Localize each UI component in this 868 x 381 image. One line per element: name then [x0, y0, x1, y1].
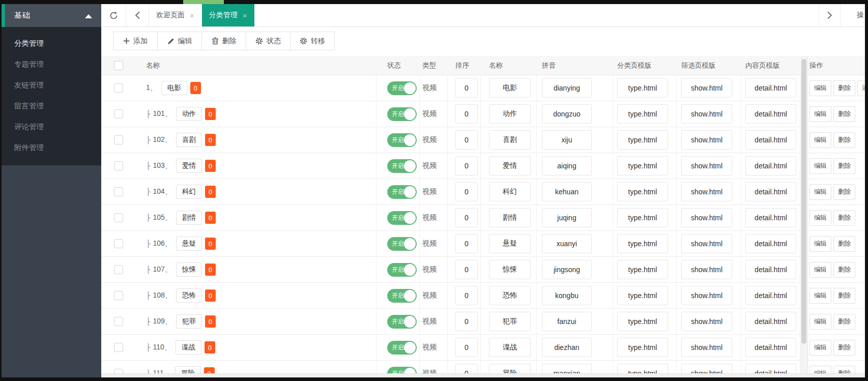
delete-row-button[interactable]: 删除 — [833, 262, 855, 278]
row-checkbox[interactable] — [114, 187, 123, 196]
edit-row-button[interactable]: 编辑 — [809, 340, 831, 356]
sidebar-item-友链管理[interactable]: 友链管理 — [2, 75, 101, 96]
status-toggle[interactable]: 开启 — [387, 367, 417, 374]
pinyin-input[interactable]: fanzui — [542, 312, 592, 331]
status-toggle[interactable]: 开启 — [387, 133, 417, 147]
name-input[interactable]: 剧情 — [489, 208, 531, 227]
scrollbar-thumb[interactable] — [801, 59, 806, 344]
row-checkbox[interactable] — [114, 161, 123, 170]
close-icon[interactable]: × — [243, 11, 247, 20]
name-input[interactable]: 犯罪 — [489, 312, 531, 331]
sort-input[interactable]: 0 — [455, 208, 478, 227]
filter-template-input[interactable]: show.html — [681, 182, 732, 201]
row-checkbox[interactable] — [114, 265, 123, 274]
sidebar-item-分类管理[interactable]: 分类管理 — [2, 33, 101, 54]
row-checkbox[interactable] — [114, 343, 123, 352]
status-toggle[interactable]: 开启 — [387, 289, 417, 303]
filter-template-input[interactable]: show.html — [681, 156, 732, 175]
filter-template-input[interactable]: show.html — [681, 78, 732, 98]
edit-row-button[interactable]: 编辑 — [809, 106, 831, 122]
category-name-box[interactable]: 冒险 — [175, 366, 201, 373]
sort-input[interactable]: 0 — [455, 260, 478, 279]
content-template-input[interactable]: detail.html — [745, 312, 796, 331]
filter-template-input[interactable]: show.html — [681, 208, 732, 227]
状态-toolbar-button[interactable]: 状态 — [246, 32, 291, 50]
edit-row-button[interactable]: 编辑 — [809, 236, 831, 252]
filter-template-input[interactable]: show.html — [681, 104, 732, 124]
content-template-input[interactable]: detail.html — [745, 130, 796, 150]
filter-template-input[interactable]: show.html — [681, 260, 732, 279]
tab-欢迎页面[interactable]: 欢迎页面× — [149, 4, 202, 26]
tab-分类管理[interactable]: 分类管理× — [202, 4, 254, 26]
row-checkbox[interactable] — [114, 291, 123, 300]
sort-input[interactable]: 0 — [455, 78, 478, 98]
filter-template-input[interactable]: show.html — [681, 286, 732, 305]
category-template-input[interactable]: type.html — [617, 208, 668, 227]
pinyin-input[interactable]: jingsong — [542, 260, 592, 279]
category-name-box[interactable]: 惊悚 — [176, 262, 202, 277]
content-template-input[interactable]: detail.html — [745, 234, 796, 253]
pinyin-input[interactable]: xiju — [542, 130, 592, 150]
delete-row-button[interactable]: 删除 — [833, 106, 855, 122]
pinyin-input[interactable]: aiqing — [542, 156, 592, 175]
name-input[interactable]: 科幻 — [489, 182, 531, 201]
sidebar-item-评论管理[interactable]: 评论管理 — [2, 116, 101, 137]
content-template-input[interactable]: detail.html — [745, 208, 796, 227]
edit-row-button[interactable]: 编辑 — [809, 132, 831, 148]
edit-row-button[interactable]: 编辑 — [809, 288, 831, 304]
filter-template-input[interactable]: show.html — [681, 234, 732, 253]
category-name-box[interactable]: 犯罪 — [176, 314, 202, 329]
pinyin-input[interactable]: kehuan — [542, 182, 592, 201]
edit-row-button[interactable]: 编辑 — [809, 80, 831, 96]
content-template-input[interactable]: detail.html — [745, 260, 796, 279]
status-toggle[interactable]: 开启 — [387, 107, 417, 121]
delete-row-button[interactable]: 删除 — [833, 236, 855, 252]
编辑-toolbar-button[interactable]: 编辑 — [157, 32, 202, 50]
category-template-input[interactable]: type.html — [617, 364, 668, 373]
content-template-input[interactable]: detail.html — [745, 364, 796, 373]
delete-row-button[interactable]: 删除 — [833, 314, 855, 330]
delete-row-button[interactable]: 删除 — [833, 366, 855, 374]
name-input[interactable]: 动作 — [489, 104, 531, 124]
sort-input[interactable]: 0 — [455, 104, 478, 124]
category-template-input[interactable]: type.html — [617, 78, 668, 98]
add-child-button[interactable]: 添加 — [857, 80, 865, 96]
name-input[interactable]: 喜剧 — [489, 130, 531, 150]
category-name-box[interactable]: 恐怖 — [176, 288, 202, 303]
table-vertical-scrollbar[interactable] — [800, 56, 807, 373]
category-name-box[interactable]: 科幻 — [176, 185, 202, 199]
name-input[interactable]: 悬疑 — [489, 234, 531, 253]
category-template-input[interactable]: type.html — [617, 234, 668, 253]
sort-input[interactable]: 0 — [455, 286, 478, 305]
status-toggle[interactable]: 开启 — [387, 159, 417, 173]
row-checkbox[interactable] — [114, 109, 123, 119]
category-template-input[interactable]: type.html — [617, 286, 668, 305]
pinyin-input[interactable]: juqing — [542, 208, 592, 227]
row-checkbox[interactable] — [114, 239, 123, 248]
sort-input[interactable]: 0 — [455, 156, 478, 175]
horizontal-scrollbar-track[interactable] — [101, 373, 865, 377]
category-template-input[interactable]: type.html — [617, 156, 668, 175]
sidebar-item-留言管理[interactable]: 留言管理 — [2, 96, 101, 116]
pinyin-input[interactable]: xuanyi — [542, 234, 592, 253]
category-name-box[interactable]: 电影 — [161, 81, 187, 95]
删除-toolbar-button[interactable]: 删除 — [201, 32, 246, 50]
pinyin-input[interactable]: maoxian — [542, 364, 592, 373]
category-name-box[interactable]: 动作 — [176, 107, 202, 121]
name-input[interactable]: 惊悚 — [489, 260, 531, 279]
name-input[interactable]: 谍战 — [489, 338, 531, 357]
status-toggle[interactable]: 开启 — [387, 237, 417, 251]
content-template-input[interactable]: detail.html — [745, 286, 796, 305]
tab-scroll-right-button[interactable] — [819, 4, 841, 26]
delete-row-button[interactable]: 删除 — [833, 158, 855, 174]
category-name-box[interactable]: 谍战 — [176, 340, 201, 355]
status-toggle[interactable]: 开启 — [387, 185, 417, 199]
edit-row-button[interactable]: 编辑 — [809, 366, 831, 374]
pinyin-input[interactable]: dongzuo — [542, 104, 592, 124]
status-toggle[interactable]: 开启 — [387, 263, 417, 277]
status-toggle[interactable]: 开启 — [387, 341, 417, 355]
name-input[interactable]: 恐怖 — [489, 286, 531, 305]
edit-row-button[interactable]: 编辑 — [809, 158, 831, 174]
refresh-button[interactable] — [101, 4, 126, 26]
filter-template-input[interactable]: show.html — [681, 364, 732, 373]
